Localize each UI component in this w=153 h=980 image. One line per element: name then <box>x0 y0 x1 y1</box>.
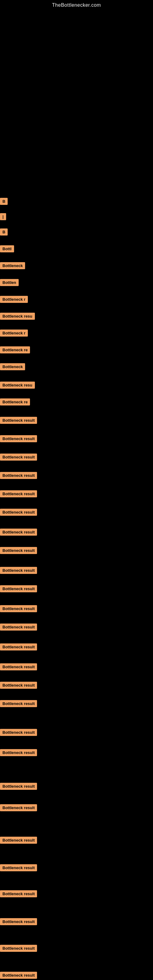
bottleneck-result-label: Bottleneck result <box>0 700 37 707</box>
bottleneck-result-label: Bottleneck result <box>0 643 37 651</box>
bottleneck-result-label: Bottleneck result <box>0 890 37 897</box>
bottleneck-result-item: Bottl <box>0 245 14 252</box>
bottleneck-result-label: Bottleneck result <box>0 804 37 811</box>
bottleneck-result-label: Bottleneck result <box>0 453 37 461</box>
bottleneck-result-label: Bottleneck re <box>0 346 30 353</box>
bottleneck-result-label: Bottleneck result <box>0 624 37 630</box>
bottleneck-result-label: Bottleneck result <box>0 547 37 554</box>
page-container: TheBottlenecker.com B|BBottlBottleneckBo… <box>0 0 153 980</box>
bottleneck-result-label: Bottleneck result <box>0 605 37 612</box>
bottleneck-result-item: Bottlen <box>0 279 19 286</box>
bottleneck-result-item: Bottleneck result <box>0 435 37 442</box>
bottleneck-result-item: Bottleneck result <box>0 864 37 871</box>
bottleneck-result-label: B <box>0 229 8 235</box>
bottleneck-result-label: Bottleneck result <box>0 837 37 844</box>
bottleneck-result-label: Bottleneck result <box>0 663 37 670</box>
bottleneck-result-label: Bottleneck result <box>0 490 37 497</box>
bottleneck-result-item: Bottleneck result <box>0 749 37 756</box>
bottleneck-result-label: Bottleneck result <box>0 585 37 592</box>
bottleneck-result-label: Bottlen <box>0 279 19 286</box>
bottleneck-result-label: Bottleneck r <box>0 329 28 337</box>
bottleneck-result-label: Bottleneck result <box>0 472 37 479</box>
bottleneck-result-item: Bottleneck result <box>0 509 37 516</box>
bottleneck-result-item: Bottleneck <box>0 363 25 370</box>
bottleneck-result-label: Bottleneck result <box>0 417 37 424</box>
bottleneck-result-item: Bottleneck result <box>0 624 37 630</box>
bottleneck-result-label: B <box>0 198 8 205</box>
bottleneck-result-item: Bottleneck result <box>0 547 37 554</box>
bottleneck-result-item: Bottleneck result <box>0 453 37 461</box>
bottleneck-result-item: Bottleneck result <box>0 804 37 811</box>
bottleneck-result-label: Bottleneck result <box>0 783 37 790</box>
bottleneck-result-item: Bottleneck result <box>0 528 37 536</box>
bottleneck-result-label: Bottleneck result <box>0 528 37 536</box>
bottleneck-result-item: Bottleneck resu <box>0 382 35 389</box>
bottleneck-result-label: Bottleneck result <box>0 945 37 952</box>
bottleneck-result-item: Bottleneck result <box>0 472 37 479</box>
bottleneck-result-item: Bottleneck <box>0 262 25 269</box>
bottleneck-result-label: Bottleneck result <box>0 749 37 756</box>
bottleneck-result-item: B <box>0 229 8 235</box>
bottleneck-result-item: Bottleneck result <box>0 783 37 790</box>
bottleneck-result-label: Bottleneck result <box>0 918 37 925</box>
bottleneck-result-item: Bottleneck result <box>0 682 37 689</box>
bottleneck-result-item: B <box>0 198 8 205</box>
bottleneck-result-item: Bottleneck result <box>0 585 37 592</box>
results-container: B|BBottlBottleneckBottlenBottleneck rBot… <box>0 8 153 980</box>
bottleneck-result-item: Bottleneck re <box>0 398 30 406</box>
bottleneck-result-label: | <box>0 213 6 220</box>
bottleneck-result-item: Bottleneck result <box>0 663 37 670</box>
bottleneck-result-item: Bottleneck r <box>0 329 28 337</box>
bottleneck-result-item: Bottleneck resu <box>0 313 35 320</box>
site-title: TheBottlenecker.com <box>0 0 153 8</box>
bottleneck-result-item: | <box>0 213 6 220</box>
bottleneck-result-label: Bottleneck resu <box>0 382 35 389</box>
bottleneck-result-item: Bottleneck result <box>0 567 37 574</box>
bottleneck-result-item: Bottleneck result <box>0 945 37 952</box>
bottleneck-result-item: Bottleneck result <box>0 417 37 424</box>
bottleneck-result-item: Bottleneck result <box>0 729 37 736</box>
bottleneck-result-label: Bottleneck resu <box>0 313 35 320</box>
bottleneck-result-label: Bottleneck result <box>0 509 37 516</box>
bottleneck-result-item: Bottleneck result <box>0 918 37 925</box>
bottleneck-result-label: Bottleneck <box>0 363 25 370</box>
bottleneck-result-label: Bottleneck result <box>0 682 37 689</box>
bottleneck-result-label: Bottleneck result <box>0 729 37 736</box>
bottleneck-result-label: Bottleneck <box>0 262 25 269</box>
bottleneck-result-item: Bottleneck result <box>0 972 37 979</box>
bottleneck-result-item: Bottleneck r <box>0 296 28 303</box>
bottleneck-result-item: Bottleneck result <box>0 890 37 897</box>
bottleneck-result-label: Bottleneck result <box>0 864 37 871</box>
bottleneck-result-item: Bottleneck re <box>0 346 30 353</box>
bottleneck-result-label: Bottleneck result <box>0 567 37 574</box>
bottleneck-result-label: Bottleneck result <box>0 435 37 442</box>
bottleneck-result-item: Bottleneck result <box>0 837 37 844</box>
bottleneck-result-item: Bottleneck result <box>0 490 37 497</box>
bottleneck-result-item: Bottleneck result <box>0 643 37 651</box>
bottleneck-result-label: Bottleneck r <box>0 296 28 303</box>
bottleneck-result-label: Bottl <box>0 245 14 252</box>
bottleneck-result-item: Bottleneck result <box>0 605 37 612</box>
bottleneck-result-label: Bottleneck result <box>0 972 37 979</box>
bottleneck-result-item: Bottleneck result <box>0 700 37 707</box>
bottleneck-result-label: Bottleneck re <box>0 398 30 406</box>
